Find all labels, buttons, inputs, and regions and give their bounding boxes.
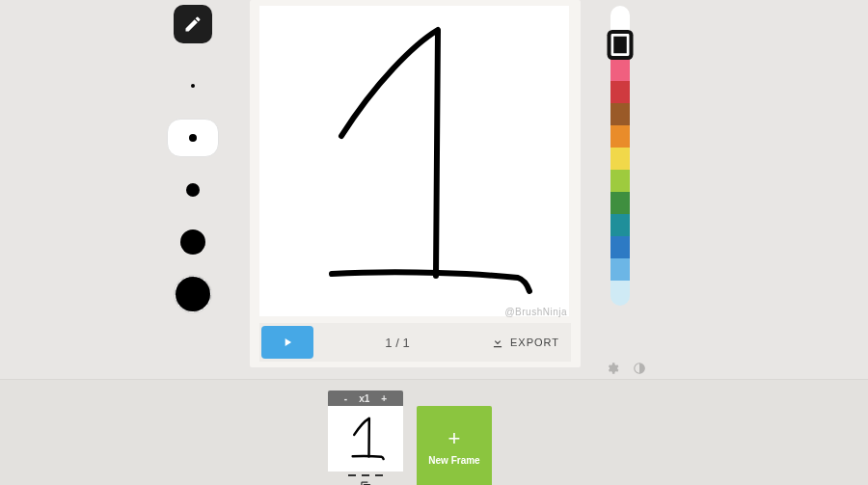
swatch-yellow[interactable]	[610, 148, 630, 170]
zoom-label: x1	[359, 393, 369, 404]
dot-icon	[180, 229, 205, 255]
swatch-teal[interactable]	[610, 214, 630, 236]
drawing-content	[259, 6, 569, 316]
frame-zoom-controls: - x1 +	[328, 391, 403, 406]
download-icon	[491, 336, 504, 349]
frame-counter: 1 / 1	[321, 336, 474, 350]
export-label: EXPORT	[510, 337, 559, 348]
pencil-tool[interactable]	[174, 5, 212, 43]
swatch-green[interactable]	[610, 192, 630, 214]
checker-icon	[174, 275, 212, 313]
palette-extra	[606, 362, 646, 375]
brush-size-1[interactable]	[167, 67, 219, 105]
swatch-sky[interactable]	[610, 258, 630, 281]
new-frame-button[interactable]: + New Frame	[417, 406, 492, 485]
swatch-white[interactable]	[610, 6, 630, 31]
contrast-icon[interactable]	[633, 362, 646, 375]
zoom-minus[interactable]: -	[344, 393, 347, 404]
dot-icon	[191, 84, 195, 88]
workspace: @BrushNinja 1 / 1 EXPORT	[0, 0, 868, 376]
color-palette	[610, 6, 630, 306]
brush-size-3[interactable]	[167, 171, 219, 209]
watermark: @BrushNinja	[504, 307, 567, 317]
swatch-brown[interactable]	[610, 103, 630, 125]
plus-icon: +	[448, 428, 461, 449]
swatch-lightblue[interactable]	[610, 281, 630, 306]
gear-icon[interactable]	[606, 362, 619, 375]
tool-column	[166, 5, 220, 313]
swatch-black[interactable]	[608, 30, 634, 60]
brush-size-5[interactable]	[167, 275, 219, 313]
canvas-card: @BrushNinja 1 / 1 EXPORT	[250, 0, 581, 367]
swatch-pink[interactable]	[610, 59, 630, 81]
canvas-footer: 1 / 1 EXPORT	[259, 323, 571, 362]
dot-icon	[186, 183, 200, 197]
swatch-lime[interactable]	[610, 170, 630, 192]
frame-handles	[328, 470, 403, 481]
play-button[interactable]	[261, 326, 313, 359]
new-frame-label: New Frame	[428, 455, 479, 466]
frame-preview	[328, 406, 403, 472]
zoom-plus[interactable]: +	[381, 393, 387, 404]
drawing-canvas[interactable]	[259, 6, 569, 316]
pencil-icon	[183, 14, 203, 34]
export-button[interactable]: EXPORT	[481, 326, 569, 359]
duplicate-frame[interactable]	[359, 481, 372, 485]
swatch-orange[interactable]	[610, 125, 630, 148]
brush-size-2[interactable]	[167, 119, 219, 157]
swatch-blue[interactable]	[610, 236, 630, 258]
frame-thumbnail-1[interactable]: - x1 +	[328, 391, 403, 485]
swatch-red[interactable]	[610, 81, 630, 103]
copy-icon	[359, 481, 372, 485]
dot-icon	[189, 134, 197, 142]
brush-size-4[interactable]	[167, 223, 219, 261]
play-icon	[281, 336, 294, 349]
timeline: - x1 + + New Frame	[328, 391, 492, 485]
brush-size-column	[167, 67, 219, 313]
